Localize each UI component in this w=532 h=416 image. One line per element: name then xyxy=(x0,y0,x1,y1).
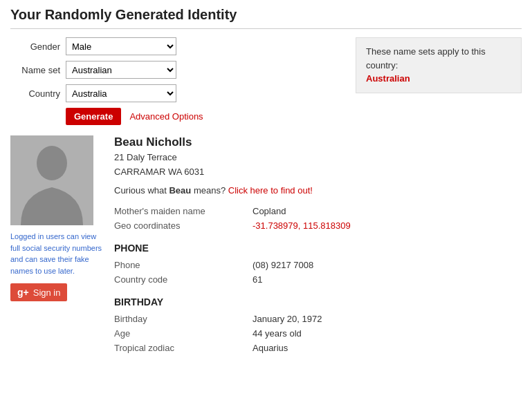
geo-label: Geo coordinates xyxy=(114,218,253,233)
country-code-label: Country code xyxy=(114,272,253,287)
phone-value: (08) 9217 7008 xyxy=(253,258,522,272)
name-set-info-text: These name sets apply to this country: xyxy=(366,46,486,70)
form-area: Gender Male Female Name set Australian A… xyxy=(10,37,342,125)
age-value: 44 years old xyxy=(253,326,522,341)
mothers-maiden-label: Mother's maiden name xyxy=(114,204,253,218)
birthday-section-header: BIRTHDAY xyxy=(114,296,522,308)
country-label: Country xyxy=(10,88,66,99)
identity-address: 21 Daly Terrace CARRAMAR WA 6031 xyxy=(114,151,522,180)
table-row: Phone (08) 9217 7008 xyxy=(114,258,522,272)
avatar-silhouette xyxy=(10,135,93,225)
gender-select[interactable]: Male Female xyxy=(66,37,176,55)
main-content: Logged in users can view full social sec… xyxy=(10,135,522,365)
generate-row: Generate Advanced Options xyxy=(66,108,342,125)
logged-in-text: Logged in users can view full social sec… xyxy=(10,231,104,276)
nameset-select[interactable]: Australian American British Canadian xyxy=(66,61,176,79)
curious-text-row: Curious what Beau means? Click here to f… xyxy=(114,185,522,196)
country-select[interactable]: Australia United States United Kingdom C… xyxy=(66,84,176,102)
identity-name: Beau Nicholls xyxy=(114,135,522,149)
zodiac-value: Aquarius xyxy=(253,341,522,355)
table-row: Age 44 years old xyxy=(114,326,522,341)
generate-button[interactable]: Generate xyxy=(66,108,121,125)
advanced-options-link[interactable]: Advanced Options xyxy=(129,111,203,122)
birthday-table: Birthday January 20, 1972 Age 44 years o… xyxy=(114,312,522,355)
name-set-info-box: These name sets apply to this country: A… xyxy=(356,37,522,93)
page-container: Your Randomly Generated Identity Gender … xyxy=(0,0,532,372)
address-line1: 21 Daly Terrace xyxy=(114,152,177,162)
basic-info-table: Mother's maiden name Copland Geo coordin… xyxy=(114,204,522,233)
phone-table: Phone (08) 9217 7008 Country code 61 xyxy=(114,258,522,287)
country-row: Country Australia United States United K… xyxy=(10,84,342,102)
curious-prefix: Curious what xyxy=(114,185,169,196)
gender-row: Gender Male Female xyxy=(10,37,342,55)
address-line2: CARRAMAR WA 6031 xyxy=(114,167,204,177)
table-row: Tropical zodiac Aquarius xyxy=(114,341,522,355)
zodiac-label: Tropical zodiac xyxy=(114,341,253,355)
birthday-value: January 20, 1972 xyxy=(253,312,522,326)
curious-name: Beau xyxy=(169,185,191,196)
table-row: Mother's maiden name Copland xyxy=(114,204,522,218)
right-panel: Beau Nicholls 21 Daly Terrace CARRAMAR W… xyxy=(114,135,522,365)
country-code-value: 61 xyxy=(253,272,522,287)
gender-label: Gender xyxy=(10,41,66,52)
top-section: Gender Male Female Name set Australian A… xyxy=(10,37,522,125)
gplus-icon: g+ xyxy=(17,287,29,298)
mothers-maiden-value: Copland xyxy=(253,204,522,218)
nameset-label: Name set xyxy=(10,65,66,75)
birthday-label: Birthday xyxy=(114,312,253,326)
table-row: Geo coordinates -31.738979, 115.818309 xyxy=(114,218,522,233)
age-label: Age xyxy=(114,326,253,341)
page-title: Your Randomly Generated Identity xyxy=(10,7,522,29)
left-panel: Logged in users can view full social sec… xyxy=(10,135,104,365)
table-row: Country code 61 xyxy=(114,272,522,287)
phone-label: Phone xyxy=(114,258,253,272)
table-row: Birthday January 20, 1972 xyxy=(114,312,522,326)
signin-label: Sign in xyxy=(33,287,61,298)
name-set-info-value: Australian xyxy=(366,73,410,84)
geo-value: -31.738979, 115.818309 xyxy=(253,218,522,233)
nameset-row: Name set Australian American British Can… xyxy=(10,61,342,79)
signin-button[interactable]: g+ Sign in xyxy=(10,283,67,301)
avatar-container xyxy=(10,135,93,225)
svg-point-1 xyxy=(37,146,67,180)
phone-section-header: PHONE xyxy=(114,243,522,254)
curious-suffix: means? xyxy=(191,185,226,196)
curious-link[interactable]: Click here to find out! xyxy=(228,185,313,196)
